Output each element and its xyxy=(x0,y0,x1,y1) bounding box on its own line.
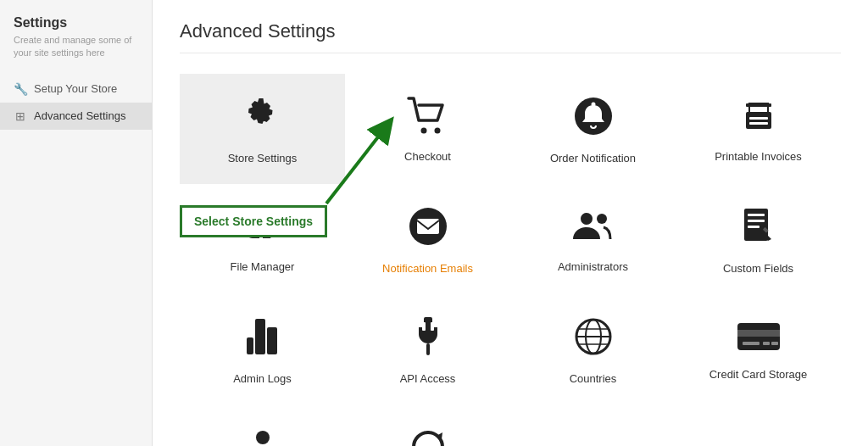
grid-item-file-manager[interactable]: File Manager xyxy=(180,184,345,294)
svg-rect-14 xyxy=(748,220,765,222)
grid-item-countries[interactable]: Countries xyxy=(510,294,676,404)
main-content: Advanced Settings Store Settings Check xyxy=(153,0,868,446)
svg-rect-28 xyxy=(737,330,780,337)
cart-icon xyxy=(407,97,449,142)
grid-item-api-access-label: API Access xyxy=(400,372,456,387)
wrench-icon: 🔧 xyxy=(14,82,27,96)
grid-item-checkout[interactable]: Checkout xyxy=(345,74,510,184)
grid-item-administrators-label: Administrators xyxy=(558,260,628,275)
grid-item-order-notification[interactable]: Order Notification xyxy=(510,74,676,184)
grid-item-administrators[interactable]: Administrators xyxy=(510,184,676,294)
grid-item-wholesale-settings[interactable]: % Wholesale Settings xyxy=(180,404,345,446)
svg-rect-7 xyxy=(746,103,771,107)
card-icon xyxy=(736,320,782,360)
wholesale-icon: % xyxy=(242,426,284,446)
svg-point-11 xyxy=(597,214,607,224)
grid-item-countries-label: Countries xyxy=(570,372,617,387)
sidebar-nav: 🔧 Setup Your Store ⊞ Advanced Settings xyxy=(0,75,152,130)
svg-rect-21 xyxy=(426,343,430,355)
svg-rect-13 xyxy=(748,214,765,216)
svg-rect-9 xyxy=(417,219,439,234)
plug-icon xyxy=(409,315,448,364)
grid-item-store-settings[interactable]: Store Settings xyxy=(180,74,345,184)
grid-item-order-notification-label: Order Notification xyxy=(550,152,636,166)
page-title: Advanced Settings xyxy=(180,20,841,53)
sidebar-title: Settings xyxy=(0,15,152,34)
select-store-settings-annotation: Select Store Settings xyxy=(180,205,327,237)
grid-item-admin-logs[interactable]: Admin Logs xyxy=(180,294,345,404)
sidebar-subtitle: Create and manage some of your site sett… xyxy=(0,34,152,75)
grid-item-api-access[interactable]: API Access xyxy=(345,294,510,404)
sliders-icon: ⊞ xyxy=(14,109,27,123)
svg-point-3 xyxy=(591,103,595,107)
svg-rect-31 xyxy=(771,342,778,345)
svg-rect-15 xyxy=(748,226,760,228)
logs-icon xyxy=(243,315,282,364)
svg-point-32 xyxy=(256,431,270,444)
settings-grid: Store Settings Checkout xyxy=(180,74,841,446)
email-icon xyxy=(407,205,449,254)
grid-item-backup-restore[interactable]: Backup / Restore xyxy=(345,404,510,446)
svg-rect-19 xyxy=(247,337,253,354)
sidebar: Settings Create and manage some of your … xyxy=(0,0,153,446)
grid-item-custom-fields-label: Custom Fields xyxy=(723,262,793,276)
grid-item-custom-fields[interactable]: Custom Fields xyxy=(676,184,841,294)
custom-fields-icon xyxy=(739,205,778,254)
users-icon xyxy=(568,207,619,252)
svg-rect-22 xyxy=(422,322,426,331)
svg-point-1 xyxy=(434,128,440,134)
bell-icon xyxy=(572,95,615,143)
svg-point-0 xyxy=(420,128,426,134)
grid-item-printable-invoices[interactable]: Printable Invoices xyxy=(676,74,841,184)
svg-point-10 xyxy=(581,213,593,225)
backup-icon xyxy=(407,426,449,446)
gear-icon xyxy=(242,95,284,143)
printer-icon xyxy=(737,97,780,142)
grid-item-store-settings-label: Store Settings xyxy=(228,152,298,166)
grid-item-checkout-label: Checkout xyxy=(404,150,451,164)
sidebar-item-advanced-settings[interactable]: ⊞ Advanced Settings xyxy=(0,103,152,130)
sidebar-item-label: Setup Your Store xyxy=(34,82,117,95)
svg-rect-23 xyxy=(431,322,434,331)
grid-item-notification-emails-label: Notification Emails xyxy=(382,262,473,276)
grid-item-credit-card-storage[interactable]: Credit Card Storage xyxy=(676,294,841,404)
grid-item-notification-emails[interactable]: Notification Emails xyxy=(345,184,510,294)
sidebar-item-label: Advanced Settings xyxy=(34,109,125,122)
svg-rect-17 xyxy=(255,319,265,354)
svg-rect-30 xyxy=(763,342,770,345)
grid-item-file-manager-label: File Manager xyxy=(231,260,295,275)
sidebar-item-setup-store[interactable]: 🔧 Setup Your Store xyxy=(0,75,152,103)
svg-rect-29 xyxy=(743,342,760,345)
grid-item-admin-logs-label: Admin Logs xyxy=(233,372,292,387)
grid-item-credit-card-storage-label: Credit Card Storage xyxy=(709,368,808,382)
svg-rect-4 xyxy=(746,112,771,129)
svg-rect-18 xyxy=(267,327,277,354)
svg-rect-5 xyxy=(749,117,768,120)
grid-item-printable-invoices-label: Printable Invoices xyxy=(715,150,802,164)
globe-icon xyxy=(572,315,615,364)
svg-rect-6 xyxy=(749,122,768,125)
